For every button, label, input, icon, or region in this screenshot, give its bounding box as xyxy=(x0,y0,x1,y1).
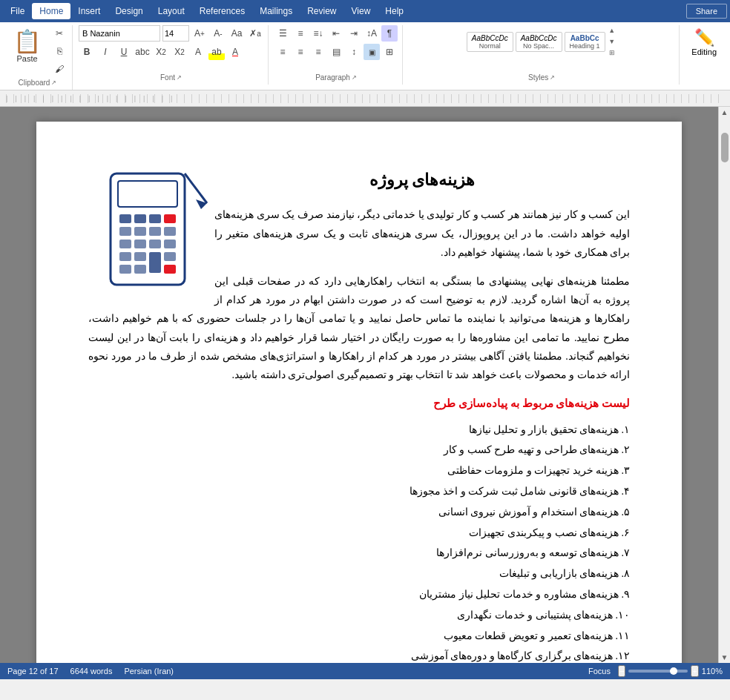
styles-expand[interactable]: ⊞ xyxy=(607,47,617,58)
format-painter-button[interactable]: 🖌 xyxy=(51,61,68,77)
status-bar: Page 12 of 17 6644 words Persian (Iran) … xyxy=(0,663,730,679)
menu-file[interactable]: File xyxy=(3,3,32,19)
numbering-button[interactable]: ≡ xyxy=(292,25,309,42)
paragraph-label: Paragraph xyxy=(315,73,350,82)
cut-button[interactable]: ✂ xyxy=(51,25,68,42)
list-item: ۶. هزینه‌های نصب و پیکربندی تجهیزات xyxy=(88,524,630,542)
align-right-button[interactable]: ≡ xyxy=(310,44,326,60)
align-center-button[interactable]: ≡ xyxy=(292,44,309,60)
font-grow-button[interactable]: A+ xyxy=(191,25,208,42)
menu-design[interactable]: Design xyxy=(108,3,150,19)
focus-button[interactable]: Focus xyxy=(588,667,611,676)
styles-scroll: ▲ ▼ ⊞ xyxy=(607,25,617,58)
editing-button[interactable]: ✏️ Editing xyxy=(685,25,723,59)
menu-mailings[interactable]: Mailings xyxy=(252,3,300,19)
scroll-up-button[interactable]: ▲ xyxy=(720,107,730,118)
text-effects-button[interactable]: A xyxy=(190,44,206,60)
svg-rect-7 xyxy=(164,214,176,223)
svg-rect-15 xyxy=(164,240,176,248)
clipboard-expand-icon[interactable]: ↗ xyxy=(51,79,56,86)
clear-formatting-button[interactable]: ✗a xyxy=(247,25,263,42)
page-info: Page 12 of 17 xyxy=(7,667,59,676)
style-normal[interactable]: AaBbCcDc Normal xyxy=(467,32,513,52)
zoom-level: 110% xyxy=(702,667,723,676)
style-heading1[interactable]: AaBbCc Heading 1 xyxy=(565,32,605,52)
font-group: A+ A- Aa ✗a B I U abc X2 X2 A ab A Font … xyxy=(74,25,269,85)
borders-button[interactable]: ⊞ xyxy=(381,44,398,60)
style-no-spacing[interactable]: AaBbCcDc No Spac... xyxy=(516,32,562,52)
editing-group: ✏️ Editing xyxy=(681,25,727,85)
styles-scroll-down[interactable]: ▼ xyxy=(607,36,617,47)
increase-indent-button[interactable]: ⇥ xyxy=(346,25,362,42)
paragraph-group: ☰ ≡ ≡↓ ⇤ ⇥ ↕A ¶ ≡ ≡ ≡ ▤ ↕ ▣ ⊞ Paragraph … xyxy=(270,25,403,85)
strikethrough-button[interactable]: abc xyxy=(134,44,151,60)
list-item: ۱۲. هزینه‌های برگزاری کارگاه‌ها و دوره‌ه… xyxy=(88,647,630,663)
menu-layout[interactable]: Layout xyxy=(151,3,192,19)
bullets-button[interactable]: ☰ xyxy=(274,25,291,42)
font-shrink-button[interactable]: A- xyxy=(210,25,226,42)
bold-button[interactable]: B xyxy=(79,44,95,60)
paragraph-expand-icon[interactable]: ↗ xyxy=(352,74,357,81)
zoom-out-button[interactable]: − xyxy=(618,665,625,677)
underline-button[interactable]: U xyxy=(116,44,132,60)
language: Persian (Iran) xyxy=(124,667,174,676)
svg-rect-13 xyxy=(134,240,146,248)
font-family-input[interactable] xyxy=(79,25,160,42)
subscript-button[interactable]: X2 xyxy=(153,44,169,60)
menu-insert[interactable]: Insert xyxy=(70,3,108,19)
styles-scroll-up[interactable]: ▲ xyxy=(607,25,617,36)
font-expand-icon[interactable]: ↗ xyxy=(177,74,182,81)
styles-expand-icon[interactable]: ↗ xyxy=(550,74,555,81)
share-button[interactable]: Share xyxy=(686,4,727,19)
svg-rect-5 xyxy=(134,214,146,223)
styles-label: Styles xyxy=(528,73,548,82)
status-right: Focus − + 110% xyxy=(588,665,723,677)
multilevel-list-button[interactable]: ≡↓ xyxy=(310,25,326,42)
document-scroll-container[interactable]: هزینه‌های پروژه این کسب و کار نیز همانند… xyxy=(0,107,718,663)
superscript-button[interactable]: X2 xyxy=(171,44,188,60)
svg-rect-17 xyxy=(134,252,146,261)
copy-button[interactable]: ⎘ xyxy=(51,43,68,59)
sort-button[interactable]: ↕A xyxy=(364,25,380,42)
menu-review[interactable]: Review xyxy=(300,3,343,19)
paste-button[interactable]: 📋 Paste xyxy=(7,25,47,77)
menu-bar: File Home Insert Design Layout Reference… xyxy=(0,0,730,22)
line-spacing-button[interactable]: ↕ xyxy=(346,44,362,60)
menu-view[interactable]: View xyxy=(344,3,378,19)
scroll-down-button[interactable]: ▼ xyxy=(720,652,730,663)
align-left-button[interactable]: ≡ xyxy=(274,44,291,60)
font-name-row: A+ A- Aa ✗a xyxy=(79,25,263,42)
scrollbar-thumb[interactable] xyxy=(721,133,729,162)
svg-rect-20 xyxy=(119,265,131,274)
shading-button[interactable]: ▣ xyxy=(364,44,380,60)
font-color-button[interactable]: A xyxy=(227,44,243,60)
zoom-in-button[interactable]: + xyxy=(691,665,698,677)
vertical-scrollbar[interactable]: ▲ ▼ xyxy=(718,107,730,663)
svg-rect-12 xyxy=(119,240,131,248)
list-item: ۵. هزینه‌های استخدام و آموزش نیروی انسان… xyxy=(88,503,630,521)
font-size-input[interactable] xyxy=(162,25,189,42)
font-label: Font xyxy=(160,73,175,82)
show-marks-button[interactable]: ¶ xyxy=(381,25,398,42)
justify-button[interactable]: ▤ xyxy=(328,44,344,60)
word-count: 6644 words xyxy=(70,667,113,676)
text-highlight-button[interactable]: ab xyxy=(208,44,225,60)
list-item: ۲. هزینه‌های طراحی و تهیه طرح کسب و کار xyxy=(88,441,630,459)
menu-help[interactable]: Help xyxy=(378,3,411,19)
svg-rect-8 xyxy=(119,227,131,236)
clipboard-group: 📋 Paste ✂ ⎘ 🖌 Clipboard ↗ xyxy=(3,25,73,90)
list-item: ۸. هزینه‌های بازاریابی و تبلیغات xyxy=(88,565,630,583)
svg-rect-14 xyxy=(149,240,161,248)
zoom-slider[interactable] xyxy=(628,670,688,673)
decrease-indent-button[interactable]: ⇤ xyxy=(328,25,344,42)
menu-references[interactable]: References xyxy=(192,3,252,19)
svg-rect-21 xyxy=(134,265,146,274)
menu-home[interactable]: Home xyxy=(32,3,70,19)
list-item: ۱۰. هزینه‌های پشتیبانی و خدمات نگهداری xyxy=(88,607,630,624)
list-item: ۱. هزینه‌های تحقیق بازار و تحلیل نیازها xyxy=(88,421,630,439)
list-item: ۴. هزینه‌های قانونی شامل ثبت شرکت و اخذ … xyxy=(88,483,630,501)
italic-button[interactable]: I xyxy=(97,44,114,60)
change-case-button[interactable]: Aa xyxy=(228,25,245,42)
svg-rect-6 xyxy=(149,214,161,223)
svg-rect-11 xyxy=(164,227,176,236)
